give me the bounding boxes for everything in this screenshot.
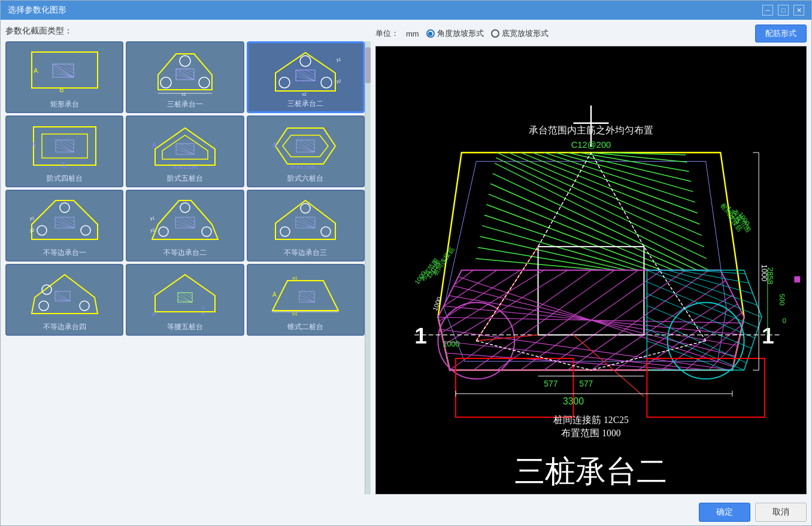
grid-item-isosceles-5[interactable]: A B C jd 等腰五桩台: [126, 264, 244, 336]
svg-line-122: [299, 295, 314, 302]
svg-line-96: [296, 221, 315, 228]
svg-line-147: [473, 165, 697, 270]
svg-rect-201: [647, 358, 765, 417]
item-6-canvas: A B=A/1.7326: [250, 119, 361, 172]
radio-angle-circle[interactable]: [426, 29, 435, 38]
svg-point-12: [180, 56, 190, 66]
svg-point-92: [280, 227, 290, 236]
svg-line-192: [647, 305, 762, 352]
grid-wrapper: A B: [5, 41, 371, 494]
minimize-button[interactable]: ─: [762, 5, 773, 16]
arrangement-button[interactable]: 配筋形式: [755, 25, 807, 42]
svg-line-107: [55, 299, 70, 301]
item-3-canvas: y1 y2 x2: [251, 45, 360, 98]
svg-line-59: [296, 140, 314, 152]
section-label: 参数化截面类型：: [5, 25, 371, 38]
svg-text:A: A: [32, 141, 37, 148]
grid-item-cone-2[interactable]: A a1 b1 锥式二桩台: [247, 264, 365, 336]
svg-text:y2: y2: [337, 79, 341, 84]
svg-line-124: [304, 291, 314, 299]
svg-point-13: [160, 77, 171, 88]
svg-point-101: [42, 285, 51, 294]
svg-line-114: [187, 293, 192, 296]
svg-line-111: [178, 296, 192, 302]
svg-text:C: C: [202, 305, 205, 311]
radio-width[interactable]: 底宽放坡形式: [491, 28, 549, 39]
svg-line-125: [309, 291, 314, 295]
cancel-button[interactable]: 取消: [755, 503, 807, 522]
main-content: 参数化截面类型： A B: [1, 20, 811, 499]
svg-line-213: [591, 340, 706, 370]
svg-text:A: A: [272, 141, 277, 148]
item-12-label: 锥式二桩台: [287, 322, 323, 332]
radio-width-label: 底宽放坡形式: [502, 28, 549, 39]
svg-line-85: [175, 224, 195, 228]
svg-point-68: [37, 226, 47, 235]
svg-text:A: A: [34, 67, 38, 74]
item-9-label: 不等边承台三: [284, 248, 327, 258]
grid-item-unequal-3[interactable]: 不等边承台三: [247, 190, 365, 262]
svg-point-102: [39, 301, 49, 311]
svg-text:桩间连接筋 12C25: 桩间连接筋 12C25: [553, 415, 629, 425]
svg-line-9: [62, 64, 74, 70]
confirm-button[interactable]: 确定: [699, 503, 750, 522]
svg-text:A: A: [272, 291, 277, 298]
radio-width-circle[interactable]: [491, 29, 499, 38]
item-8-label: 不等边承台二: [163, 248, 207, 258]
svg-line-95: [296, 217, 315, 228]
unit-label: 单位：: [375, 28, 399, 39]
unit-bar: 单位： mm 角度放坡形式 底宽放坡形式: [375, 26, 549, 41]
grid-item-unequal-2[interactable]: y1 y2 不等边承台二: [126, 190, 244, 262]
svg-text:y2: y2: [30, 228, 35, 233]
grid-item-4pile[interactable]: A A 阶式四桩台: [5, 115, 123, 187]
svg-marker-100: [32, 275, 98, 314]
grid-item-unequal-4[interactable]: 不等边承台四: [5, 264, 123, 336]
svg-marker-23: [275, 53, 335, 91]
grid-item-3pile-1[interactable]: x1 三桩承台一: [126, 41, 244, 113]
svg-line-17: [176, 72, 194, 80]
svg-point-79: [180, 203, 190, 212]
svg-text:a1: a1: [292, 275, 298, 281]
svg-text:y1: y1: [30, 216, 35, 221]
right-panel: 单位： mm 角度放坡形式 底宽放坡形式 配筋形式: [375, 25, 807, 494]
grid-item-unequal-1[interactable]: y1 y2 不等边承台一: [5, 190, 123, 262]
grid-item-5pile[interactable]: A B=A/1.5385 阶式五桩台: [126, 115, 244, 187]
grid-item-3pile-2[interactable]: y1 y2 x2 三桩承台二: [247, 41, 365, 113]
svg-line-32: [305, 70, 315, 75]
svg-text:B=A/1.7326: B=A/1.7326: [290, 165, 316, 170]
svg-marker-108: [155, 275, 215, 312]
svg-text:1: 1: [762, 323, 774, 348]
svg-text:500: 500: [778, 294, 786, 306]
svg-text:1000: 1000: [431, 296, 443, 312]
radio-angle[interactable]: 角度放坡形式: [426, 28, 484, 39]
svg-point-67: [60, 203, 69, 212]
maximize-button[interactable]: □: [778, 5, 789, 16]
grid-item-rectangular[interactable]: A B: [5, 41, 123, 113]
scrollbar-thumb[interactable]: [365, 47, 371, 83]
svg-line-29: [296, 73, 315, 81]
svg-text:577: 577: [544, 379, 558, 388]
svg-line-28: [296, 70, 315, 81]
grid-scroll: A B: [5, 41, 365, 494]
svg-text:x2: x2: [302, 92, 307, 96]
svg-text:577: 577: [579, 379, 593, 388]
svg-point-103: [80, 301, 89, 311]
svg-line-105: [55, 291, 70, 301]
svg-text:A: A: [152, 289, 156, 295]
left-panel: 参数化截面类型： A B: [5, 25, 371, 494]
svg-line-86: [180, 217, 195, 226]
svg-text:3300: 3300: [563, 396, 584, 406]
svg-line-51: [176, 150, 194, 154]
scrollbar[interactable]: [365, 41, 371, 494]
svg-text:y1: y1: [150, 216, 155, 221]
item-4-canvas: A A: [9, 119, 120, 172]
svg-text:0: 0: [782, 317, 786, 324]
grid-item-6pile[interactable]: A B=A/1.7326 阶式六桩台: [247, 115, 365, 187]
item-5-label: 阶式五桩台: [167, 174, 203, 184]
svg-line-18: [176, 75, 194, 80]
item-4-label: 阶式四桩台: [47, 174, 83, 184]
item-5-canvas: A B=A/1.5385: [129, 119, 240, 172]
close-button[interactable]: ✕: [793, 5, 804, 16]
item-9-canvas: [250, 193, 361, 247]
svg-point-80: [159, 227, 168, 236]
